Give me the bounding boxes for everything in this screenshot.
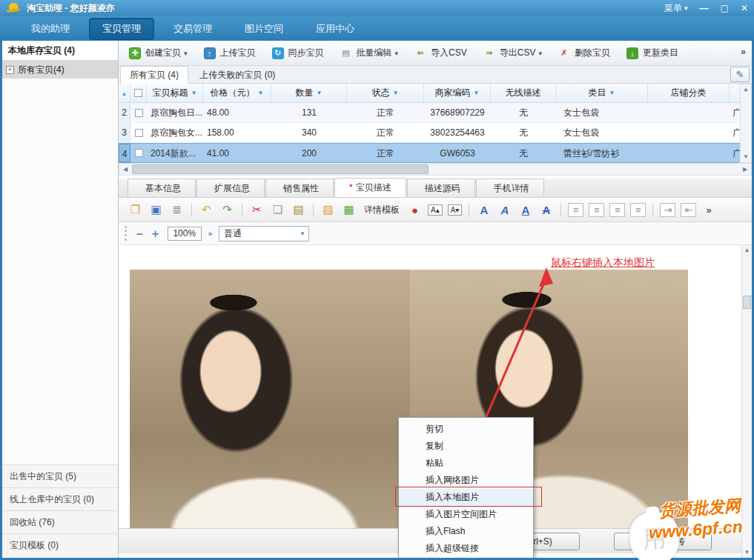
batch-edit-button[interactable]: ▤ 批量编辑 ▾ — [340, 47, 399, 59]
font-increase-icon[interactable]: A▴ — [428, 204, 443, 216]
context-menu-item[interactable]: 粘贴 — [399, 455, 533, 472]
tree-expander-icon[interactable]: + — [6, 66, 14, 74]
col-header-shop-category[interactable]: 店铺分类 — [648, 84, 730, 102]
align-justify-icon[interactable]: ≡ — [630, 203, 646, 217]
select-all-checkbox[interactable] — [130, 84, 147, 102]
edit-columns-icon[interactable]: ✎ — [730, 67, 750, 82]
chevron-down-icon[interactable]: ▾ — [395, 50, 399, 57]
zoom-out-button[interactable]: − — [136, 227, 143, 240]
redo-icon[interactable]: ↷ — [219, 202, 235, 218]
context-menu-item[interactable]: 插入超级链接 — [399, 540, 533, 557]
scroll-right-icon[interactable]: ▶ — [739, 164, 751, 175]
scroll-left-icon[interactable]: ◀ — [119, 164, 131, 175]
detail-template-button[interactable]: 详情模板 — [362, 202, 402, 218]
col-header-wireless[interactable]: 无线描述 — [491, 84, 556, 102]
detail-tab[interactable]: 销售属性 — [265, 179, 334, 197]
col-header-quantity[interactable]: 数量▼ — [271, 84, 347, 102]
col-header-merchant-code[interactable]: 商家编码▼ — [424, 84, 491, 102]
sync-item-button[interactable]: ↻ 同步宝贝 — [272, 47, 324, 59]
delete-item-button[interactable]: ✗ 删除宝贝 — [558, 47, 610, 59]
col-header-title[interactable]: 宝贝标题▼ — [147, 84, 203, 102]
row-checkbox[interactable] — [130, 103, 147, 122]
scrollbar-thumb[interactable] — [132, 164, 429, 174]
chevron-down-icon[interactable]: ▾ — [538, 50, 542, 57]
tab-all-items[interactable]: 所有宝贝 (4) — [120, 66, 188, 84]
copy-icon[interactable]: ❏ — [270, 202, 285, 218]
scroll-up-icon[interactable]: ▲ — [742, 245, 752, 256]
nav-tab[interactable]: 应用中心 — [302, 18, 368, 40]
table-row[interactable]: 4 2014新款... 41.00 200 正常 GW6053 无 蕾丝衫/雪纺… — [119, 143, 740, 163]
bold-icon[interactable]: A — [476, 202, 492, 218]
detail-tab[interactable]: 基本信息 — [128, 179, 196, 197]
menu-button[interactable]: 菜单 ▾ — [664, 2, 688, 15]
flash-icon[interactable]: ● — [407, 202, 423, 218]
italic-icon[interactable]: A — [497, 202, 512, 218]
zoom-in-button[interactable]: ＋ — [150, 227, 161, 241]
col-header-price[interactable]: 价格（元）▼ — [203, 84, 271, 102]
scroll-down-icon[interactable]: ▼ — [742, 547, 752, 558]
row-checkbox[interactable] — [130, 144, 147, 162]
update-category-button[interactable]: ↓ 更新类目 — [626, 47, 678, 59]
sort-corner[interactable]: ▴ — [119, 84, 130, 102]
zoom-more-icon[interactable]: » — [208, 230, 213, 238]
sidebar-panel-item[interactable]: 线上仓库中的宝贝 (0) — [2, 487, 118, 510]
underline-icon[interactable]: A — [517, 202, 533, 218]
detail-tab[interactable]: 描述源码 — [407, 179, 475, 197]
strike-icon[interactable]: A — [538, 202, 554, 218]
context-menu-item[interactable]: 插入图片空间图片 — [399, 506, 533, 523]
col-header-status[interactable]: 状态▼ — [347, 84, 424, 102]
sidebar-panel-item[interactable]: 出售中的宝贝 (5) — [2, 464, 118, 487]
cut-icon[interactable]: ✂ — [249, 202, 265, 218]
editor-more-icon[interactable]: » — [706, 202, 711, 218]
filter-icon[interactable]: ▼ — [191, 90, 197, 96]
tab-failed-uploads[interactable]: 上传失败的宝贝 (0) — [191, 67, 284, 84]
open-icon[interactable]: ❐ — [128, 202, 143, 218]
detail-tab[interactable]: 扩展信息 — [196, 179, 265, 197]
col-header-category[interactable]: 类目▼ — [556, 84, 648, 102]
drag-grip-icon[interactable] — [125, 226, 127, 241]
indent-icon[interactable]: ⇥ — [660, 203, 675, 217]
close-button[interactable]: ✕ — [741, 3, 748, 13]
table-row[interactable]: 2 原宿胸包日... 48.00 131 正常 37668907229 无 女士… — [119, 103, 740, 123]
filter-icon[interactable]: ▼ — [258, 90, 264, 96]
maximize-button[interactable]: ▢ — [721, 3, 729, 13]
filter-icon[interactable]: ▼ — [317, 90, 323, 96]
context-menu-item[interactable]: 复制 — [399, 438, 533, 455]
context-menu-item[interactable]: 插入Flash — [399, 523, 533, 540]
table-horizontal-scrollbar[interactable]: ◀ ▶ — [119, 163, 752, 176]
sidebar-panel-item[interactable]: 宝贝模板 (0) — [2, 533, 118, 556]
save-icon[interactable]: ▣ — [148, 202, 164, 218]
upload-item-button[interactable]: ↑ 上传宝贝 — [204, 47, 256, 59]
nav-tab[interactable]: 宝贝管理 — [89, 18, 154, 40]
detail-tab[interactable]: 手机详情 — [476, 179, 544, 197]
table-row[interactable]: 3 原宿胸包女... 158.00 340 正常 38023254463 无 女… — [119, 123, 740, 143]
insert-file-icon[interactable]: ▨ — [320, 202, 336, 218]
toolbar-overflow-icon[interactable]: » — [741, 47, 746, 57]
nav-tab[interactable]: 我的助理 — [18, 18, 83, 40]
paste-icon[interactable]: ▤ — [291, 202, 306, 218]
export-csv-button[interactable]: ⇒ 导出CSV ▾ — [483, 47, 542, 59]
chevron-down-icon[interactable]: ▾ — [184, 50, 188, 57]
create-item-button[interactable]: ✚ 创建宝贝 ▾ — [129, 47, 188, 59]
import-csv-button[interactable]: ⇐ 导入CSV — [414, 47, 467, 59]
nav-tab[interactable]: 图片空间 — [231, 18, 297, 40]
page-setup-icon[interactable]: ≣ — [169, 202, 185, 218]
scrollbar-thumb[interactable] — [743, 296, 751, 309]
sidebar-item-all-items[interactable]: + 所有宝贝(4) — [2, 61, 118, 79]
minimize-button[interactable]: — — [700, 3, 709, 13]
undo-icon[interactable]: ↶ — [199, 202, 214, 218]
filter-icon[interactable]: ▼ — [609, 90, 615, 96]
nav-tab[interactable]: 交易管理 — [160, 18, 225, 40]
context-menu-item[interactable]: 剪切 — [399, 421, 533, 438]
align-left-icon[interactable]: ≡ — [568, 203, 583, 217]
filter-icon[interactable]: ▼ — [474, 90, 480, 96]
sidebar-panel-item[interactable]: 回收站 (76) — [2, 510, 118, 533]
zoom-value-input[interactable]: 100% — [168, 227, 202, 241]
detail-tab[interactable]: * 宝贝描述 — [334, 178, 406, 197]
scroll-down-icon[interactable]: ▼ — [741, 152, 751, 162]
table-vertical-scrollbar[interactable]: ▲ ▼ — [740, 84, 752, 163]
scroll-up-icon[interactable]: ▲ — [741, 84, 751, 95]
paragraph-style-select[interactable]: 普通 ▾ — [219, 226, 309, 241]
font-decrease-icon[interactable]: A▾ — [448, 204, 463, 216]
insert-image-icon[interactable]: ▦ — [341, 202, 357, 218]
